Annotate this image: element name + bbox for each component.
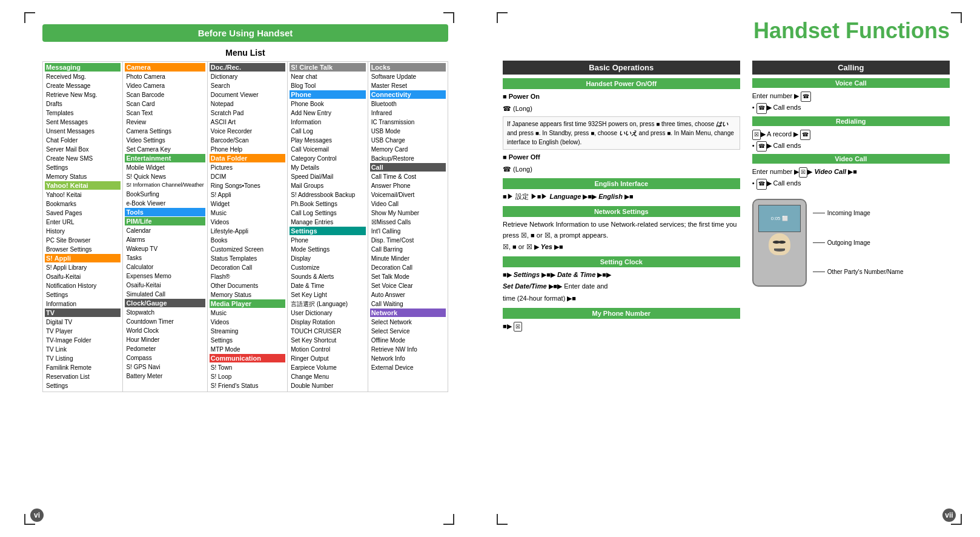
item: Set Talk Mode [370,272,446,281]
voice-call-step1: Enter number ▶ ☎ [752,90,950,102]
item: Display Rotation [290,318,365,327]
item: Widget [210,199,285,208]
video-call-content: Enter number ▶☒▶ Video Call ▶■ • ☎▶ Call… [752,166,950,190]
item: Alarms [125,235,205,244]
item: S! Town [210,363,285,372]
video-call-subtitle: Video Call [752,154,950,164]
item: ☒Missed Calls [370,218,446,227]
col-doc-rec: Doc./Rec. Dictionary Search Document Vie… [208,62,288,392]
power-off-label: ■ Power Off [503,153,540,161]
basic-ops-section: Basic Operations Handset Power On/Off ■ … [503,61,740,513]
item: Blog Tool [290,81,365,90]
item: Settings [210,336,285,345]
item: Saved Pages [45,208,121,218]
item: Set Camera Key [125,145,205,154]
incoming-label-text: Incoming Image [827,210,870,216]
item: Music [210,309,285,318]
item: Call Log Settings [290,208,365,218]
item: Bluetooth [370,99,446,108]
item: Information [45,299,121,309]
item: Scan Card [125,99,205,108]
header-s-circle: S! Circle Talk [290,63,365,72]
item: Expenses Memo [125,272,205,281]
item: e-Book Viewer [125,199,205,208]
item: TV Player [45,327,121,336]
corner-bl [497,514,508,525]
item: Reservation List [45,372,121,381]
item: Speed Dial/Mail [290,172,365,181]
item: Software Update [370,72,446,81]
item-stopwatch: Stopwatch [125,308,205,317]
left-page: vi Before Using Handset Menu List Messag… [0,0,478,537]
phone-diagram: 0:05 ⬜ [752,199,807,287]
header-tools: Tools [125,208,205,216]
item: Add New Entry [290,108,365,118]
col-camera: Camera Photo Camera Video Camera Scan Ba… [123,62,207,392]
incoming-label: Incoming Image [813,210,904,216]
header-media-player: Media Player [210,299,285,308]
corner-tl [24,12,35,23]
item: External Device [370,363,446,372]
item: S! Loop [210,372,285,381]
item: Voice Recorder [210,127,285,136]
item: PC Site Browser [45,236,121,245]
item: DCIM [210,172,285,181]
item: Photo Camera [125,72,205,81]
phone-diagram-container: 0:05 ⬜ [752,199,950,287]
item: Ring Songs•Tones [210,181,285,190]
left-page-title: Before Using Handset [42,24,448,42]
item-decoration-call: Decoration Call [210,263,285,272]
item: Settings [45,381,121,390]
item: Pedometer [125,344,205,353]
item: Ph.Book Settings [290,199,365,208]
menu-table: Messaging Received Msg. Create Message R… [42,61,448,392]
header-doc-rec: Doc./Rec. [210,63,285,72]
phone-face [769,233,790,255]
item: Bookmarks [45,199,121,208]
item: Videos [210,218,285,227]
item: Voicemail/Divert [370,190,446,199]
item: Network Info [370,354,446,363]
network-settings-block: Retrieve Network Information to use Netw… [503,219,740,253]
page-number-right: vii [942,509,956,522]
item: Play Messages [290,136,365,145]
menu-list-title: Menu List [42,48,448,58]
basic-ops-title: Basic Operations [503,61,740,75]
outgoing-label-text: Outgoing Image [827,239,870,246]
item: Browser Settings [45,245,121,254]
video-call-step2: • ☎▶ Call ends [752,178,950,189]
item: Video Camera [125,81,205,90]
item: Phone [290,236,365,245]
item: Retrieve NW Info [370,345,446,354]
header-network: Network [370,309,446,317]
item-scratch-pad: Scratch Pad [210,108,285,118]
header-clock-gauge: Clock/Gauge [125,299,205,307]
item: Lifestyle-Appli [210,227,285,236]
redialing-content: ☒▶ A record ▶ ☎ • ☎▶ Call ends [752,128,950,152]
item: Call Time & Cost [370,172,446,181]
setting-clock-subtitle: Setting Clock [503,256,740,267]
item: Set Key Shortcut [290,336,365,345]
item-dictionary: Dictionary [210,72,285,81]
item: Settings [45,163,121,172]
screen-time: 0:05 ⬜ [771,216,788,221]
my-phone-number-subtitle: My Phone Number [503,308,740,319]
right-content: Basic Operations Handset Power On/Off ■ … [503,61,950,513]
item: Set Voice Clear [370,281,446,290]
item: Minute Minder [370,254,446,263]
header-entertainment: Entertainment [125,154,205,162]
item: Mail Groups [290,181,365,190]
item: Notification History [45,281,121,290]
page-number-left: vi [30,509,44,522]
corner-br [443,514,454,525]
item: Chat Folder [45,136,121,145]
outgoing-label: Outgoing Image [813,239,904,246]
item: Answer Phone [370,181,446,190]
header-data-folder: Data Folder [210,154,285,162]
item: S! Quick News [125,172,205,181]
redialing-step1: ☒▶ A record ▶ ☎ [752,128,950,140]
item: S! GPS Navi [125,362,205,372]
item: Memory Status [45,172,121,181]
phone-body: 0:05 ⬜ [752,199,807,287]
item-streaming: Streaming [210,327,285,336]
